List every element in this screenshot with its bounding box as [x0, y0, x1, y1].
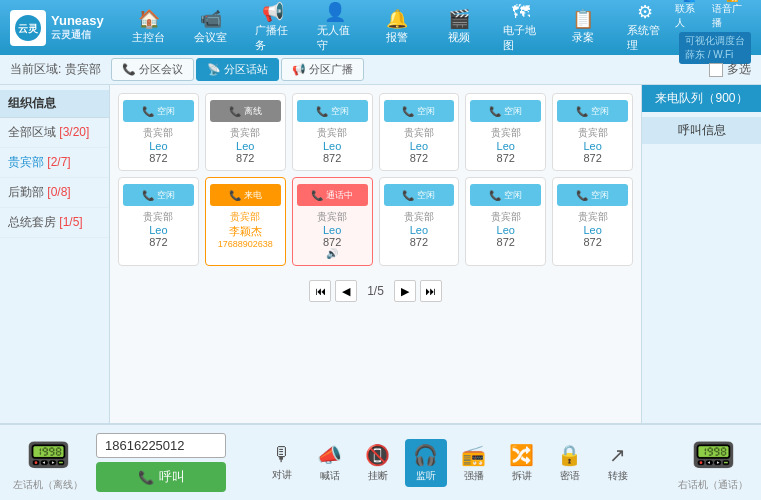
dial-input[interactable] [96, 433, 226, 458]
nav-report[interactable]: 🔔报警 [367, 0, 427, 57]
name-2-4: Leo [410, 224, 428, 236]
num-2-1: 872 [149, 236, 167, 248]
nav-uav[interactable]: 👤无人值守 [305, 0, 365, 57]
action-monitor[interactable]: 🎧 监听 [405, 439, 447, 487]
page-last-btn[interactable]: ⏭ [420, 280, 442, 302]
voice-btn[interactable]: 📻语音广播 [712, 0, 751, 30]
sidebar-logistics-label: 后勤部 [8, 185, 44, 199]
action-hangup[interactable]: 📵 挂断 [357, 439, 399, 487]
phone-icon: 📞 [142, 106, 154, 117]
meeting-icon: 📹 [200, 10, 222, 28]
nav-records-label: 录案 [572, 30, 594, 45]
sidebar-item-suite[interactable]: 总统套房 [1/5] [0, 208, 109, 238]
station-card-1-4[interactable]: 📞空闲 贵宾部 Leo 872 [379, 93, 460, 171]
uav-icon: 👤 [324, 3, 346, 21]
sidebar-suite-label: 总统套房 [8, 215, 56, 229]
header: 云灵 Yuneasy 云灵通信 🏠主控台 📹会议室 📢广播任务 👤无人值守 🔔报… [0, 0, 761, 55]
sidebar-suite-count: [1/5] [59, 215, 82, 229]
name-1-5: Leo [497, 140, 515, 152]
nav-meeting[interactable]: 📹会议室 [181, 0, 241, 57]
tab-station[interactable]: 📡 分区话站 [196, 58, 279, 81]
nav-map[interactable]: 🗺电子地图 [491, 0, 551, 57]
num-2-6: 872 [583, 236, 601, 248]
tab-broadcast[interactable]: 📢 分区广播 [281, 58, 364, 81]
name-1-3: Leo [323, 140, 341, 152]
page-first-btn[interactable]: ⏮ [309, 280, 331, 302]
sidebar-item-all[interactable]: 全部区域 [3/20] [0, 118, 109, 148]
station-card-2-2[interactable]: 📞来电 贵宾部 李颖杰 17688902638 [205, 177, 286, 266]
num-2-3: 872 [323, 236, 341, 248]
nav-meeting-label: 会议室 [194, 30, 227, 45]
tab-broadcast-label: 分区广播 [309, 62, 353, 77]
nav-main[interactable]: 🏠主控台 [119, 0, 179, 57]
page-next-btn[interactable]: ▶ [394, 280, 416, 302]
station-card-2-6[interactable]: 📞空闲 贵宾部 Leo 872 [552, 177, 633, 266]
name-1-1: Leo [149, 140, 167, 152]
system-icon: ⚙ [637, 3, 653, 21]
phone-icon-11: 📞 [489, 190, 501, 201]
nav-video[interactable]: 🎬视频 [429, 0, 489, 57]
records-icon: 📋 [572, 10, 594, 28]
nav-records[interactable]: 📋录案 [553, 0, 613, 57]
station-card-2-5[interactable]: 📞空闲 贵宾部 Leo 872 [465, 177, 546, 266]
dept-2-1: 贵宾部 [143, 210, 173, 224]
station-card-1-3[interactable]: 📞空闲 贵宾部 Leo 872 [292, 93, 373, 171]
tab-meeting[interactable]: 📞 分区会议 [111, 58, 194, 81]
dept-1-4: 贵宾部 [404, 126, 434, 140]
sidebar-all-label: 全部区域 [8, 125, 56, 139]
nav-system[interactable]: ⚙系统管理 [615, 0, 675, 57]
tab-meeting-label: 分区会议 [139, 62, 183, 77]
contacts-btn[interactable]: 👥联系人 [675, 0, 704, 30]
sidebar-vip-count: [2/7] [47, 155, 70, 169]
num-1-5: 872 [497, 152, 515, 164]
name-1-4: Leo [410, 140, 428, 152]
name-2-5: Leo [497, 224, 515, 236]
sidebar-title: 组织信息 [0, 90, 109, 118]
name-1-2: Leo [236, 140, 254, 152]
station-row-2: 📞空闲 贵宾部 Leo 872 📞来电 贵宾部 李颖杰 17688902638 … [118, 177, 633, 266]
multi-select[interactable]: 多选 [709, 61, 751, 78]
station-card-2-4[interactable]: 📞空闲 贵宾部 Leo 872 [379, 177, 460, 266]
page-prev-btn[interactable]: ◀ [335, 280, 357, 302]
num-1-1: 872 [149, 152, 167, 164]
sidebar-logistics-count: [0/8] [47, 185, 70, 199]
phone-icon-7: 📞 [142, 190, 154, 201]
station-card-2-3[interactable]: 📞通话中 贵宾部 Leo 872 🔊 [292, 177, 373, 266]
dept-1-5: 贵宾部 [491, 126, 521, 140]
num-2-5: 872 [497, 236, 515, 248]
secret-icon: 🔒 [557, 443, 582, 467]
dept-2-2: 贵宾部 [230, 210, 260, 224]
action-force[interactable]: 📻 强播 [453, 439, 495, 487]
hangup-icon: 📵 [365, 443, 390, 467]
station-card-1-5[interactable]: 📞空闲 贵宾部 Leo 872 [465, 93, 546, 171]
phone-icon-5: 📞 [489, 106, 501, 117]
nav-system-label: 系统管理 [627, 23, 663, 53]
tab-broadcast-icon: 📢 [292, 63, 306, 76]
logo-icon: 云灵 [10, 10, 46, 46]
page-info: 1/5 [361, 284, 390, 298]
station-card-1-6[interactable]: 📞空闲 贵宾部 Leo 872 [552, 93, 633, 171]
action-transfer[interactable]: ↗ 转接 [597, 439, 639, 487]
multi-select-checkbox[interactable] [709, 63, 723, 77]
station-card-1-2[interactable]: 📞离线 贵宾部 Leo 872 [205, 93, 286, 171]
call-button[interactable]: 📞 呼叫 [96, 462, 226, 492]
right-phone: 📟 右话机（通话） [673, 434, 753, 492]
sidebar-item-vip[interactable]: 贵宾部 [2/7] [0, 148, 109, 178]
num-2-4: 872 [410, 236, 428, 248]
action-secret[interactable]: 🔒 密语 [549, 439, 591, 487]
station-card-1-1[interactable]: 📞空闲 贵宾部 Leo 872 [118, 93, 199, 171]
action-split[interactable]: 🔀 拆讲 [501, 439, 543, 487]
left-phone-icon: 📟 [26, 434, 71, 476]
action-talk[interactable]: 📣 喊话 [309, 439, 351, 487]
sidebar-item-logistics[interactable]: 后勤部 [0/8] [0, 178, 109, 208]
extra-2-3: 🔊 [326, 248, 338, 259]
logo: 云灵 Yuneasy 云灵通信 [10, 10, 104, 46]
transfer-icon: ↗ [609, 443, 626, 467]
action-intercom[interactable]: 🎙 对讲 [261, 439, 303, 487]
phone-icon-8: 📞 [229, 190, 241, 201]
nav-broadcast[interactable]: 📢广播任务 [243, 0, 303, 57]
talk-icon: 📣 [317, 443, 342, 467]
station-card-2-1[interactable]: 📞空闲 贵宾部 Leo 872 [118, 177, 199, 266]
monitor-label: 监听 [416, 469, 436, 483]
call-info-title: 呼叫信息 [642, 117, 761, 144]
